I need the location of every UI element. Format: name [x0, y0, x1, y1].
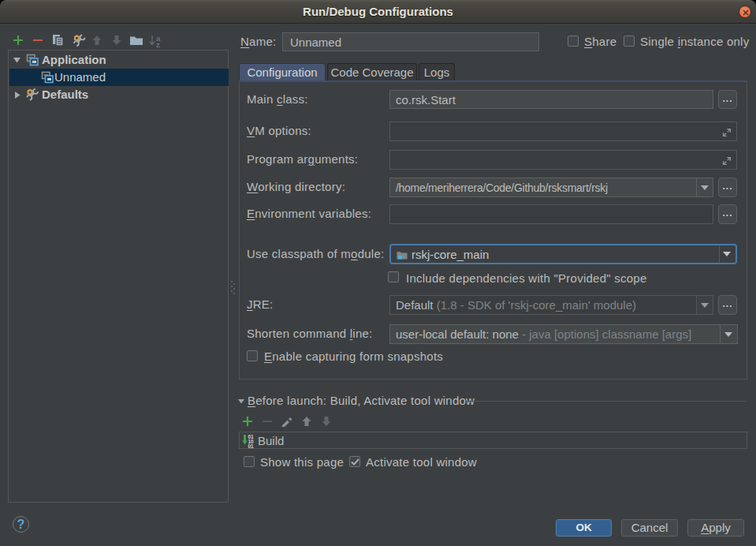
svg-text:01: 01 — [248, 443, 255, 448]
svg-text:z: z — [156, 40, 160, 48]
